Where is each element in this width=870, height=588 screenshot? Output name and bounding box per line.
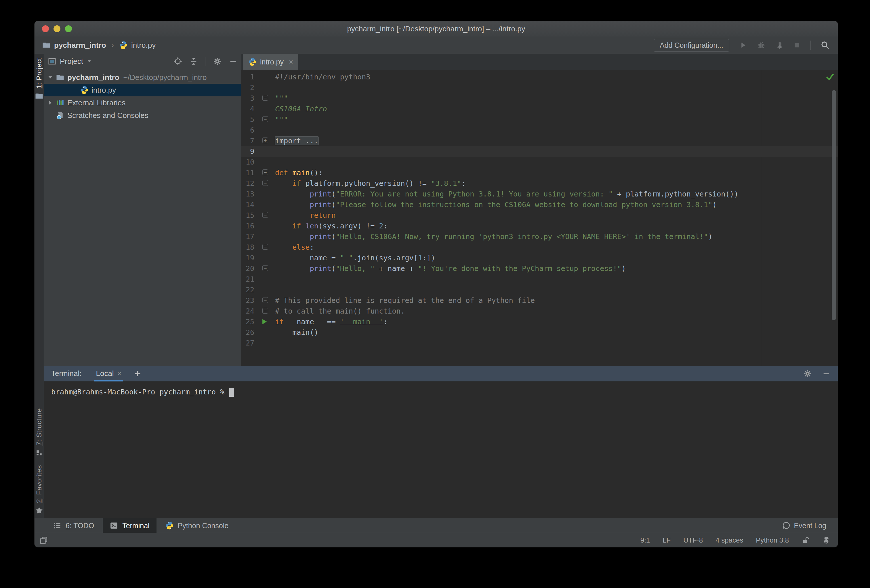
line-separator[interactable]: LF [663, 536, 670, 544]
code-line[interactable]: 26 main() [241, 327, 838, 338]
code-line[interactable]: 11−def main(): [241, 167, 838, 178]
run-icon[interactable] [739, 41, 747, 49]
gutter[interactable] [254, 199, 275, 210]
gutter[interactable] [254, 189, 275, 199]
gutter[interactable]: − [254, 242, 275, 253]
line-number[interactable]: 2 [241, 82, 254, 93]
run-line-icon[interactable] [254, 316, 275, 327]
line-number[interactable]: 7 [241, 135, 254, 146]
line-number[interactable]: 9 [241, 146, 254, 157]
code-line[interactable]: 18− else: [241, 242, 838, 253]
add-configuration-button[interactable]: Add Configuration... [654, 39, 729, 52]
fold-end-icon[interactable]: − [262, 212, 268, 218]
line-number[interactable]: 15 [241, 210, 254, 221]
toolwindow-button-python-console[interactable]: Python Console [158, 518, 235, 533]
gutter[interactable] [254, 146, 275, 157]
code-line[interactable]: 10 [241, 157, 838, 167]
fold-end-icon[interactable]: − [262, 265, 268, 271]
line-number[interactable]: 1 [241, 71, 254, 82]
breadcrumb-project[interactable]: pycharm_intro [54, 41, 106, 50]
code-line[interactable]: 23−# This provided line is required at t… [241, 295, 838, 306]
line-number[interactable]: 14 [241, 199, 254, 210]
line-number[interactable]: 12 [241, 178, 254, 189]
chevron-down-icon[interactable] [45, 74, 55, 80]
debug-icon[interactable] [757, 41, 766, 49]
line-number[interactable]: 24 [241, 306, 254, 316]
gutter[interactable]: − [254, 167, 275, 178]
tree-item-external-libraries[interactable]: External Libraries [44, 96, 241, 109]
fold-end-icon[interactable]: − [262, 308, 268, 314]
line-number[interactable]: 21 [241, 274, 254, 284]
code-line[interactable]: 12− if platform.python_version() != "3.8… [241, 178, 838, 189]
gutter[interactable]: − [254, 306, 275, 316]
line-number[interactable]: 16 [241, 221, 254, 231]
code-line[interactable]: 20− print("Hello, " + name + "! You're d… [241, 263, 838, 274]
line-number[interactable]: 4 [241, 104, 254, 114]
file-encoding[interactable]: UTF-8 [683, 536, 703, 544]
gutter[interactable] [254, 82, 275, 93]
collapse-all-icon[interactable] [189, 57, 198, 65]
code-line[interactable]: 3−""" [241, 93, 838, 104]
unlock-icon[interactable] [801, 536, 810, 544]
line-number[interactable]: 13 [241, 189, 254, 199]
code-line[interactable]: 13 print("ERROR: You are not using Pytho… [241, 189, 838, 199]
line-number[interactable]: 22 [241, 284, 254, 295]
fold-collapse-icon[interactable]: − [262, 297, 268, 303]
python-interpreter[interactable]: Python 3.8 [756, 536, 789, 544]
code-line[interactable]: 27 [241, 338, 838, 348]
hide-panel-icon[interactable] [229, 57, 237, 65]
fold-collapse-icon[interactable]: − [262, 180, 268, 186]
gutter[interactable] [254, 253, 275, 263]
search-everywhere-icon[interactable] [821, 40, 830, 50]
code-line[interactable]: 17 print("Hello, CS106A! Now, try runnin… [241, 231, 838, 242]
code-line[interactable]: 2 [241, 82, 838, 93]
fold-expand-icon[interactable]: + [262, 137, 268, 143]
event-log-button[interactable]: Event Log [782, 521, 826, 530]
locate-file-icon[interactable] [173, 57, 182, 65]
line-number[interactable]: 3 [241, 93, 254, 104]
close-window-button[interactable] [42, 25, 49, 32]
editor-tab-intro-py[interactable]: intro.py × [243, 54, 298, 70]
code-line[interactable]: 21 [241, 274, 838, 284]
gutter[interactable] [254, 71, 275, 82]
stripe-item-favorites[interactable]: 2: Favorites [35, 465, 43, 515]
fold-collapse-icon[interactable]: − [262, 244, 268, 250]
line-number[interactable]: 26 [241, 327, 254, 338]
gutter[interactable] [254, 284, 275, 295]
stop-icon[interactable] [793, 42, 801, 49]
line-number[interactable]: 27 [241, 338, 254, 348]
inspections-ok-icon[interactable] [825, 71, 835, 82]
gutter[interactable] [254, 327, 275, 338]
gear-icon[interactable] [213, 57, 222, 65]
chevron-down-icon[interactable] [86, 59, 92, 64]
title-bar[interactable]: pycharm_intro [~/Desktop/pycharm_intro] … [34, 21, 838, 37]
line-number[interactable]: 18 [241, 242, 254, 253]
code-line[interactable]: 19 name = " ".join(sys.argv[1:]) [241, 253, 838, 263]
close-terminal-tab-icon[interactable]: × [118, 370, 121, 378]
project-panel-title[interactable]: Project [60, 57, 83, 66]
gutter[interactable]: − [254, 114, 275, 125]
editor-scrollbar[interactable] [832, 90, 836, 320]
indent-style[interactable]: 4 spaces [715, 536, 743, 544]
code-line[interactable]: 6 [241, 125, 838, 135]
code-line[interactable]: 7+import ... [241, 135, 838, 146]
close-tab-icon[interactable]: × [289, 58, 293, 67]
line-number[interactable]: 23 [241, 295, 254, 306]
code-line[interactable]: 24−# to call the main() function. [241, 306, 838, 316]
stripe-item-project[interactable]: 1: Project [35, 58, 43, 100]
gutter[interactable]: − [254, 210, 275, 221]
gutter[interactable] [254, 338, 275, 348]
minimize-window-button[interactable] [54, 25, 60, 32]
gutter[interactable]: + [254, 135, 275, 146]
gutter[interactable] [254, 231, 275, 242]
tool-window-switcher-icon[interactable] [39, 536, 48, 545]
terminal-settings-gear-icon[interactable] [803, 369, 812, 378]
code-line[interactable]: 14 print("Please follow the instructions… [241, 199, 838, 210]
tree-item-pycharm-intro[interactable]: pycharm_intro~/Desktop/pycharm_intro [44, 71, 241, 84]
toolwindow-button-todo[interactable]: 6: TODO [46, 518, 101, 533]
code-line[interactable]: 22 [241, 284, 838, 295]
fold-collapse-icon[interactable]: − [262, 170, 268, 175]
tree-item-scratches-and-consoles[interactable]: Scratches and Consoles [44, 109, 241, 122]
code-line[interactable]: 5−""" [241, 114, 838, 125]
line-number[interactable]: 11 [241, 167, 254, 178]
